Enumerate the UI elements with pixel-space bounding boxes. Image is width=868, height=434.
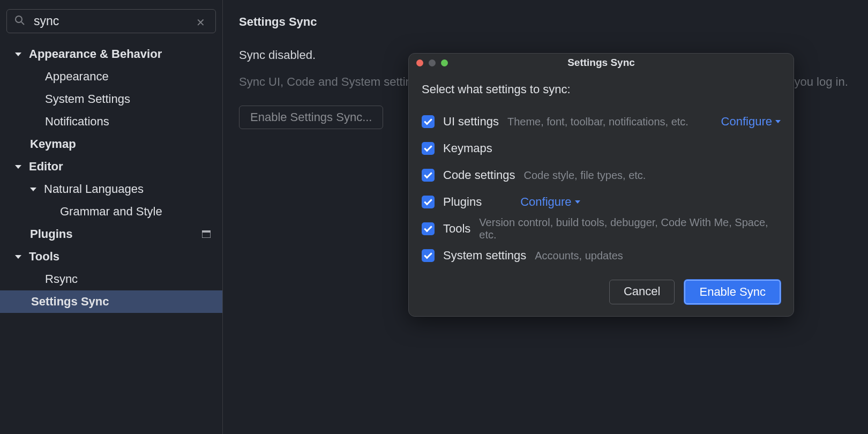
sidebar-item-label: Keymap xyxy=(30,137,76,151)
sidebar-item-label: System Settings xyxy=(45,92,130,106)
checkbox-hint: Theme, font, toolbar, notifications, etc… xyxy=(507,116,689,128)
settings-sidebar: ✕ Appearance & Behavior Appearance Syste… xyxy=(0,0,223,434)
settings-tree: Appearance & Behavior Appearance System … xyxy=(0,43,222,313)
sync-option-keymaps: Keymaps xyxy=(422,135,781,162)
sidebar-item-label: Appearance xyxy=(45,70,109,84)
dialog-footer: Cancel Enable Sync xyxy=(422,269,781,304)
sync-option-system-settings: System settings Accounts, updates xyxy=(422,242,781,269)
check-icon xyxy=(424,117,432,125)
sync-option-ui-settings: UI settings Theme, font, toolbar, notifi… xyxy=(422,108,781,135)
clear-icon[interactable]: ✕ xyxy=(196,16,205,29)
chevron-down-icon xyxy=(575,200,580,204)
check-icon xyxy=(424,251,432,259)
sidebar-item-label: Plugins xyxy=(30,227,72,241)
checkbox-label: System settings xyxy=(443,249,526,263)
sidebar-item-natural-languages[interactable]: Natural Languages xyxy=(0,178,222,200)
project-icon xyxy=(202,230,211,238)
checkbox-hint: Accounts, updates xyxy=(535,250,623,262)
svg-point-0 xyxy=(16,16,22,23)
page-title: Settings Sync xyxy=(239,15,868,29)
checkbox-tools[interactable] xyxy=(422,222,435,235)
chevron-down-icon xyxy=(15,255,21,259)
sidebar-item-plugins[interactable]: Plugins xyxy=(0,223,222,245)
checkbox-label: Keymaps xyxy=(443,141,492,155)
sidebar-item-editor[interactable]: Editor xyxy=(0,155,222,178)
chevron-down-icon xyxy=(15,165,21,169)
check-icon xyxy=(424,170,432,179)
checkbox-hint: Code style, file types, etc. xyxy=(524,169,646,182)
sidebar-item-label: Rsync xyxy=(45,272,78,286)
configure-ui-settings-link[interactable]: Configure xyxy=(721,115,781,129)
sidebar-item-label: Grammar and Style xyxy=(60,205,162,219)
check-icon xyxy=(424,224,432,233)
checkbox-ui-settings[interactable] xyxy=(422,115,435,128)
sidebar-item-label: Notifications xyxy=(45,115,109,129)
sidebar-item-label: Tools xyxy=(29,250,59,264)
chevron-down-icon xyxy=(15,53,21,56)
sidebar-item-system-settings[interactable]: System Settings xyxy=(0,88,222,110)
chevron-down-icon xyxy=(775,120,781,123)
dialog-title: Settings Sync xyxy=(409,57,794,69)
sidebar-item-appearance-behavior[interactable]: Appearance & Behavior xyxy=(0,43,222,65)
svg-rect-3 xyxy=(202,230,211,233)
sidebar-item-label: Editor xyxy=(29,160,63,174)
check-icon xyxy=(424,197,432,206)
dialog-instruction: Select what settings to sync: xyxy=(422,83,781,96)
sidebar-item-tools[interactable]: Tools xyxy=(0,245,222,268)
chevron-down-icon xyxy=(30,188,36,191)
sync-option-tools: Tools Version control, build tools, debu… xyxy=(422,215,781,242)
dialog-titlebar: Settings Sync xyxy=(409,54,794,72)
checkbox-label: Code settings xyxy=(443,168,515,182)
checkbox-system-settings[interactable] xyxy=(422,249,435,262)
check-icon xyxy=(424,144,432,152)
checkbox-label: Tools xyxy=(443,222,470,236)
search-container: ✕ xyxy=(0,9,222,43)
checkbox-code-settings[interactable] xyxy=(422,169,435,182)
search-icon xyxy=(14,15,25,28)
checkbox-label: Plugins xyxy=(443,195,482,209)
checkbox-hint: Version control, build tools, debugger, … xyxy=(479,216,781,241)
sidebar-item-label: Natural Languages xyxy=(44,182,144,196)
sidebar-item-keymap[interactable]: Keymap xyxy=(0,133,222,155)
sidebar-item-rsync[interactable]: Rsync xyxy=(0,268,222,290)
sidebar-item-label: Settings Sync xyxy=(31,295,109,309)
sidebar-item-label: Appearance & Behavior xyxy=(29,47,162,61)
cancel-button[interactable]: Cancel xyxy=(609,280,675,304)
svg-line-1 xyxy=(21,22,24,25)
enable-sync-button[interactable]: Enable Sync xyxy=(684,280,781,304)
checkbox-plugins[interactable] xyxy=(422,196,435,208)
sidebar-item-grammar-style[interactable]: Grammar and Style xyxy=(0,200,222,223)
dialog-body: Select what settings to sync: UI setting… xyxy=(409,72,794,316)
search-input[interactable] xyxy=(6,9,216,33)
sync-option-code-settings: Code settings Code style, file types, et… xyxy=(422,162,781,189)
settings-sync-dialog: Settings Sync Select what settings to sy… xyxy=(408,53,794,317)
sidebar-item-appearance[interactable]: Appearance xyxy=(0,65,222,88)
sync-option-plugins: Plugins Configure xyxy=(422,189,781,215)
enable-settings-sync-button[interactable]: Enable Settings Sync... xyxy=(239,106,383,129)
sidebar-item-notifications[interactable]: Notifications xyxy=(0,110,222,133)
checkbox-keymaps[interactable] xyxy=(422,142,435,155)
checkbox-label: UI settings xyxy=(443,115,499,129)
configure-plugins-link[interactable]: Configure xyxy=(520,195,580,209)
sidebar-item-settings-sync[interactable]: Settings Sync xyxy=(0,290,222,313)
